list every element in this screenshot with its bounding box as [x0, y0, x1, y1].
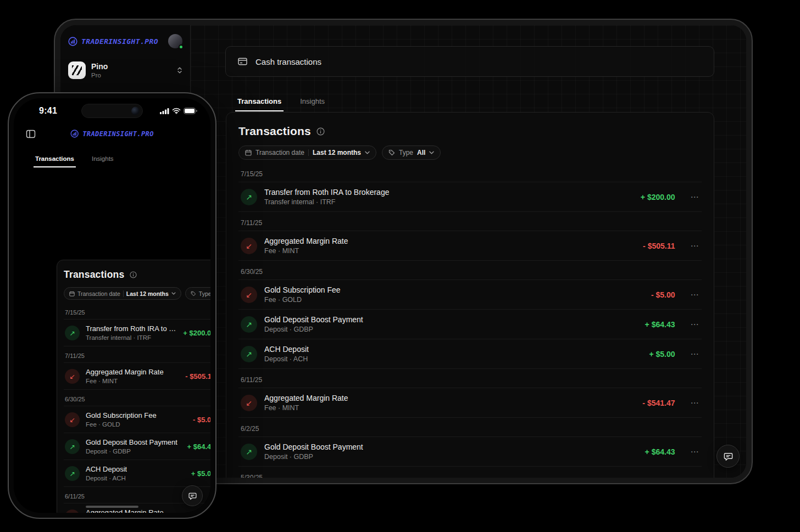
filter-transaction-date[interactable]: Transaction date Last 12 months	[64, 287, 181, 300]
transaction-subtitle: Deposit · GDBP	[264, 326, 363, 333]
row-menu-button[interactable]: ⋯	[691, 290, 700, 299]
transaction-row[interactable]: ↙Aggregated Margin RateFee · MINT- $505.…	[238, 231, 702, 261]
transaction-amount: + $64.43	[645, 447, 675, 456]
transaction-row[interactable]: ↗Transfer from Roth IRA to BrokerageTran…	[238, 182, 702, 212]
transaction-amount: + $5.00	[649, 350, 675, 359]
transaction-row[interactable]: ↙Gold Subscription FeeFee · GOLD- $5.00⋯	[238, 280, 702, 310]
filter-type-value: All	[417, 149, 425, 156]
filter-type-label: Type	[399, 149, 413, 156]
transaction-title: Gold Deposit Boost Payment	[264, 315, 363, 324]
tablet-main: Cash transactions Transactions Insights …	[191, 25, 746, 478]
transaction-subtitle: Deposit · ACH	[264, 355, 309, 363]
chip-divider	[123, 290, 124, 297]
transaction-title: ACH Deposit	[264, 345, 309, 354]
deposit-arrow-icon: ↗	[241, 444, 257, 460]
transaction-row[interactable]: ↗Transfer from Roth IRA to BrokerageTran…	[64, 320, 210, 346]
phone-screen: 9:41	[14, 98, 210, 513]
logo-chart-icon	[68, 37, 77, 46]
logo-chart-icon	[70, 130, 79, 138]
transaction-subtitle: Fee · GOLD	[264, 296, 341, 304]
logo-text: TRADERINSIGHT.PRO	[82, 130, 154, 138]
transaction-row[interactable]: ↗Gold Deposit Boost PaymentDeposit · GDB…	[64, 433, 210, 460]
row-menu-button[interactable]: ⋯	[691, 242, 700, 250]
tabs: Transactions Insights	[235, 97, 327, 111]
transaction-info: Gold Subscription FeeFee · GOLD	[86, 411, 157, 428]
info-icon[interactable]	[316, 127, 325, 136]
tab-transactions[interactable]: Transactions	[34, 155, 76, 167]
transaction-title: Transfer from Roth IRA to Brokerage	[264, 188, 389, 197]
tab-transactions[interactable]: Transactions	[235, 97, 284, 111]
filter-date-label: Transaction date	[255, 149, 304, 156]
filter-date-label: Transaction date	[77, 290, 120, 297]
withdrawal-arrow-icon: ↙	[241, 238, 257, 254]
transaction-subtitle: Deposit · ACH	[86, 475, 127, 481]
transaction-subtitle: Deposit · GDBP	[86, 448, 177, 455]
tab-insights[interactable]: Insights	[90, 155, 115, 167]
deposit-arrow-icon: ↗	[65, 326, 80, 340]
transaction-row[interactable]: ↙Gold Subscription FeeFee · GOLD- $5.00⋯	[64, 406, 210, 433]
status-time: 9:41	[39, 106, 57, 116]
chat-button[interactable]	[182, 485, 203, 506]
stage: TRADERINSIGHT.PRO Pino Pro	[0, 0, 800, 532]
transaction-info: ACH DepositDeposit · ACH	[264, 345, 309, 363]
transaction-title: Gold Subscription Fee	[86, 411, 157, 419]
workspace-selector[interactable]: Pino Pro	[68, 61, 182, 79]
info-icon[interactable]	[130, 271, 137, 278]
row-menu-button[interactable]: ⋯	[691, 320, 700, 328]
group-date: 5/30/25	[238, 467, 702, 478]
transaction-title: Gold Deposit Boost Payment	[86, 438, 177, 446]
transaction-amount: - $541.47	[642, 399, 675, 407]
transaction-title: Aggregated Margin Rate	[86, 368, 164, 376]
row-menu-button[interactable]: ⋯	[691, 193, 700, 201]
phone-header: TRADERINSIGHT.PRO	[14, 128, 210, 142]
withdrawal-arrow-icon: ↙	[65, 412, 80, 427]
transaction-amount: - $5.00	[651, 290, 675, 299]
logo-text: TRADERINSIGHT.PRO	[81, 37, 158, 46]
workspace-name: Pino	[91, 62, 108, 71]
row-menu-button[interactable]: ⋯	[691, 447, 700, 456]
filter-type[interactable]: Type All	[185, 287, 210, 300]
panel-title: Transactions	[64, 269, 124, 281]
transaction-row[interactable]: ↙Aggregated Margin RateFee · MINT- $505.…	[64, 363, 210, 390]
row-menu-button[interactable]: ⋯	[691, 399, 700, 407]
transaction-title: ACH Deposit	[86, 465, 127, 473]
calendar-icon	[69, 291, 75, 296]
transaction-info: Gold Deposit Boost PaymentDeposit · GDBP	[264, 315, 363, 333]
status-bar: 9:41	[14, 98, 210, 124]
transaction-subtitle: Transfer internal · ITRF	[264, 198, 389, 206]
withdrawal-arrow-icon: ↙	[65, 369, 80, 384]
chevron-down-icon	[171, 292, 176, 295]
cash-transactions-icon	[238, 57, 248, 66]
unfold-chevrons-icon	[177, 66, 182, 74]
transaction-info: Gold Subscription FeeFee · GOLD	[264, 285, 341, 304]
transaction-row[interactable]: ↗Gold Deposit Boost PaymentDeposit · GDB…	[238, 437, 702, 467]
transaction-amount: + $200.00	[641, 193, 675, 201]
chat-button[interactable]	[716, 445, 740, 468]
transaction-subtitle: Fee · GOLD	[86, 421, 157, 428]
tag-icon	[388, 149, 395, 156]
tag-icon	[191, 291, 196, 296]
online-status-dot	[179, 44, 184, 49]
transaction-info: Aggregated Margin RateFee · MINT	[264, 237, 348, 255]
transaction-amount: - $5.00	[193, 416, 210, 424]
transaction-row[interactable]: ↗Gold Deposit Boost PaymentDeposit · GDB…	[238, 310, 702, 339]
wifi-icon	[172, 107, 181, 116]
filter-type[interactable]: Type All	[382, 145, 441, 160]
filter-transaction-date[interactable]: Transaction date Last 12 months	[238, 145, 376, 160]
transaction-row[interactable]: ↗ACH DepositDeposit · ACH+ $5.00⋯	[64, 460, 210, 487]
transaction-row[interactable]: ↙Aggregated Margin RateFee · MINT- $541.…	[238, 388, 702, 418]
transaction-amount: - $505.11	[185, 372, 210, 380]
tab-insights[interactable]: Insights	[298, 97, 327, 111]
transaction-title: Transfer from Roth IRA to Brokerage	[86, 324, 177, 333]
page-header-card: Cash transactions	[225, 46, 714, 77]
group-date: 6/30/25	[238, 261, 702, 280]
user-avatar[interactable]	[168, 34, 182, 48]
transaction-amount: + $5.00	[191, 469, 210, 478]
sidebar-toggle-button[interactable]	[26, 129, 36, 139]
transaction-row[interactable]: ↗ACH DepositDeposit · ACH+ $5.00⋯	[238, 339, 702, 369]
chip-divider	[308, 149, 309, 156]
transaction-amount: + $64.43	[645, 320, 675, 329]
group-date: 7/15/25	[64, 303, 210, 320]
transaction-subtitle: Deposit · GDBP	[264, 453, 363, 461]
row-menu-button[interactable]: ⋯	[691, 350, 700, 358]
